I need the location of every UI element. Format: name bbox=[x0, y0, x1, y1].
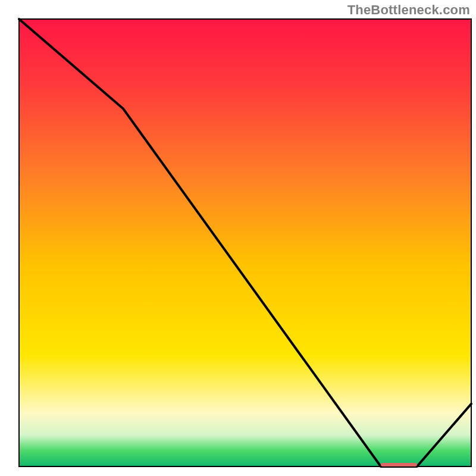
plot-background bbox=[19, 19, 471, 466]
chart-stage: TheBottleneck.com bbox=[0, 0, 476, 476]
bottleneck-chart bbox=[0, 0, 476, 476]
optimal-range-marker bbox=[381, 463, 417, 466]
